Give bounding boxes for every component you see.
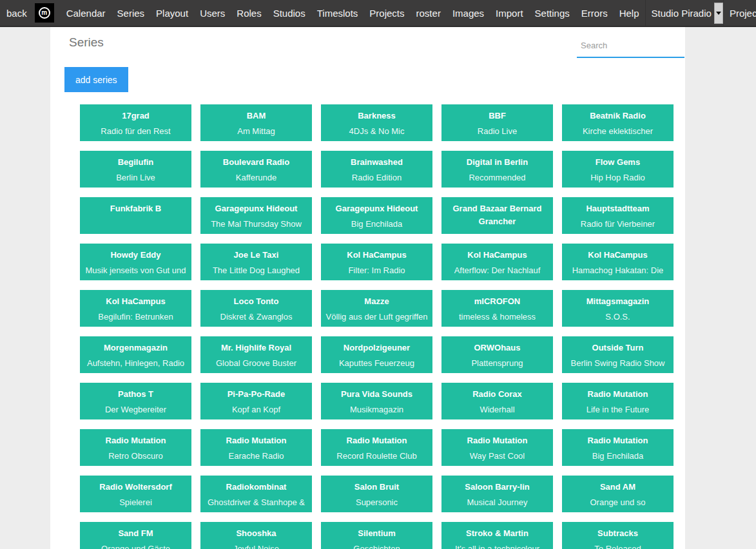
series-card[interactable]: Loco Tonto Diskret & Zwanglos xyxy=(200,290,312,327)
series-card[interactable]: Kol HaCampus Filter: Im Radio xyxy=(321,244,432,280)
series-card-subtitle: S.O.S. xyxy=(565,311,671,323)
series-card[interactable]: Nordpolzigeuner Kaputtes Feuerzeug xyxy=(321,336,432,373)
series-card-title: Radio Mutation xyxy=(444,434,550,447)
nav-item[interactable]: Studios xyxy=(267,8,311,19)
series-card[interactable]: Radiokombinat Ghostdriver & Stanhope & xyxy=(200,476,312,512)
nav-item[interactable]: Projects xyxy=(363,8,410,19)
nav-item[interactable]: Timeslots xyxy=(311,8,364,19)
series-card-subtitle: Radio für den Rest xyxy=(82,125,189,138)
series-card[interactable]: Mittagsmagazin S.O.S. xyxy=(562,290,674,327)
series-card[interactable]: Radio Corax Widerhall xyxy=(441,383,553,419)
series-card-subtitle: Orange und Gäste xyxy=(82,543,189,549)
series-card[interactable]: Howdy Eddy Musik jenseits von Gut und xyxy=(80,244,191,280)
nav-item[interactable]: Users xyxy=(194,8,231,19)
series-card[interactable]: Beatnik Radio Kirche eklektischer xyxy=(562,104,674,141)
nav-item[interactable]: Import xyxy=(490,8,529,19)
series-card[interactable]: Saloon Barry-lin Musical Journey xyxy=(441,476,553,512)
series-card[interactable]: mICROFON timeless & homeless xyxy=(441,290,553,327)
series-card[interactable]: Silentium Geschichten xyxy=(321,522,432,549)
series-card-subtitle: The Mal Thursday Show xyxy=(203,218,309,231)
series-card[interactable]: Sand AM Orange und so xyxy=(562,476,674,512)
series-card-subtitle: The Little Dog Laughed xyxy=(203,264,309,277)
nav-item[interactable]: Calendar xyxy=(61,8,111,19)
series-card[interactable]: Digital in Berlin Recommended xyxy=(441,151,553,188)
nav-item[interactable]: Settings xyxy=(529,8,576,19)
series-card[interactable]: Pura Vida Sounds Musikmagazin xyxy=(321,383,432,419)
series-card-subtitle: Am Mittag xyxy=(203,125,309,138)
series-card[interactable]: BBF Radio Live xyxy=(441,104,553,141)
series-card-title: 17grad xyxy=(82,110,189,122)
series-card[interactable]: Radio Mutation Life in the Future xyxy=(562,383,674,419)
series-card[interactable]: Boulevard Radio Kafferunde xyxy=(200,151,312,188)
series-card[interactable]: Pathos T Der Wegbereiter xyxy=(80,383,191,419)
nav-item[interactable]: Series xyxy=(111,8,151,19)
series-card[interactable]: Radio Woltersdorf Spielerei xyxy=(80,476,191,512)
series-card[interactable]: Begilufin Berlin Live xyxy=(80,151,191,188)
series-card[interactable]: Radio Mutation Big Enchilada xyxy=(562,429,674,466)
series-card-subtitle: Hamachog Hakatan: Die xyxy=(565,264,671,277)
series-card[interactable]: Shooshka Joyful Noise xyxy=(200,522,312,549)
series-card-subtitle: To Released xyxy=(565,543,671,549)
project-select[interactable]: Project 88vier xyxy=(723,0,756,26)
add-series-button[interactable]: add series xyxy=(64,67,128,92)
series-card[interactable]: Outside Turn Berlin Swing Radio Show xyxy=(562,336,674,373)
nav-item[interactable]: Help xyxy=(614,8,645,19)
series-card[interactable]: 17grad Radio für den Rest xyxy=(80,104,191,141)
series-card[interactable]: Brainwashed Radio Edition xyxy=(321,151,432,188)
series-card[interactable]: Stroko & Martin It's all in a technicolo… xyxy=(441,522,553,549)
series-card[interactable]: Radio Mutation Way Past Cool xyxy=(441,429,553,466)
series-card-subtitle: Afterflow: Der Nachlauf xyxy=(444,264,550,277)
series-card-subtitle: It's all in a technicolour xyxy=(444,543,550,549)
nav-item[interactable]: Roles xyxy=(231,8,267,19)
series-card-title: Radiokombinat xyxy=(203,481,309,494)
series-card[interactable]: Funkfabrik B xyxy=(80,197,191,234)
series-card[interactable]: Sand FM Orange und Gäste xyxy=(80,522,191,549)
nav-item[interactable]: Playout xyxy=(150,8,194,19)
series-card-title: Radio Corax xyxy=(444,388,550,401)
series-card-title: Radio Mutation xyxy=(82,434,189,447)
series-card-title: Mittagsmagazin xyxy=(565,295,671,308)
series-card[interactable]: Radio Mutation Record Roulette Club xyxy=(321,429,432,466)
series-card[interactable]: Garagepunx Hideout The Mal Thursday Show xyxy=(200,197,312,234)
series-card[interactable]: Kol HaCampus Afterflow: Der Nachlauf xyxy=(441,244,553,280)
studio-select-value: Studio Piradio xyxy=(646,8,714,19)
series-card[interactable]: Garagepunx Hideout Big Enchilada xyxy=(321,197,432,234)
nav-item[interactable]: roster xyxy=(411,8,447,19)
series-card[interactable]: Grand Bazaar Bernard Grancher xyxy=(441,197,553,234)
series-card[interactable]: Hauptstadtteam Radio für Vierbeiner xyxy=(562,197,674,234)
series-card[interactable]: Kol HaCampus Begilufin: Betrunken xyxy=(80,290,191,327)
series-card-title: Howdy Eddy xyxy=(82,249,189,262)
series-card-subtitle: Hip Hop Radio xyxy=(565,171,671,184)
series-card[interactable]: Radio Mutation Earache Radio xyxy=(200,429,312,466)
series-card[interactable]: Barkness 4DJs & No Mic xyxy=(321,104,432,141)
series-page: Series add series 17grad Radio für den R… xyxy=(50,27,685,549)
series-card-title: Silentium xyxy=(324,527,430,540)
series-card-title: Hauptstadtteam xyxy=(565,202,671,215)
series-card[interactable]: BAM Am Mittag xyxy=(200,104,312,141)
app-logo[interactable]: m xyxy=(35,3,54,23)
series-card-subtitle: Geschichten xyxy=(324,543,430,549)
series-card-subtitle: Joyful Noise xyxy=(203,543,309,549)
series-card[interactable]: Mazze Völlig aus der Luft gegriffen xyxy=(321,290,432,327)
series-card-title: BAM xyxy=(203,110,309,122)
series-card[interactable]: Morgenmagazin Aufstehn, Hinlegen, Radio xyxy=(80,336,191,373)
series-card-title: Subtracks xyxy=(565,527,671,540)
series-card-subtitle: Way Past Cool xyxy=(444,450,550,463)
series-card[interactable]: Mr. Highlife Royal Global Groove Buster xyxy=(200,336,312,373)
nav-item[interactable]: Images xyxy=(447,8,490,19)
series-card-subtitle: timeless & homeless xyxy=(444,311,550,323)
back-link[interactable]: back xyxy=(0,8,35,19)
series-card[interactable]: Salon Bruit Supersonic xyxy=(321,476,432,512)
studio-select[interactable]: Studio Piradio xyxy=(645,0,723,26)
series-card[interactable]: Kol HaCampus Hamachog Hakatan: Die xyxy=(562,244,674,280)
series-card[interactable]: Joe Le Taxi The Little Dog Laughed xyxy=(200,244,312,280)
series-card-title: Radio Mutation xyxy=(324,434,430,447)
search-input[interactable] xyxy=(577,39,684,58)
series-card[interactable]: ORWOhaus Plattensprung xyxy=(441,336,553,373)
series-card[interactable]: Subtracks To Released xyxy=(562,522,674,549)
nav-item[interactable]: Errors xyxy=(576,8,614,19)
series-card[interactable]: Flow Gems Hip Hop Radio xyxy=(562,151,674,188)
series-card[interactable]: Radio Mutation Retro Obscuro xyxy=(80,429,191,466)
series-card[interactable]: Pi-Pa-Po-Rade Kopf an Kopf xyxy=(200,383,312,419)
series-card-title: Shooshka xyxy=(203,527,309,540)
